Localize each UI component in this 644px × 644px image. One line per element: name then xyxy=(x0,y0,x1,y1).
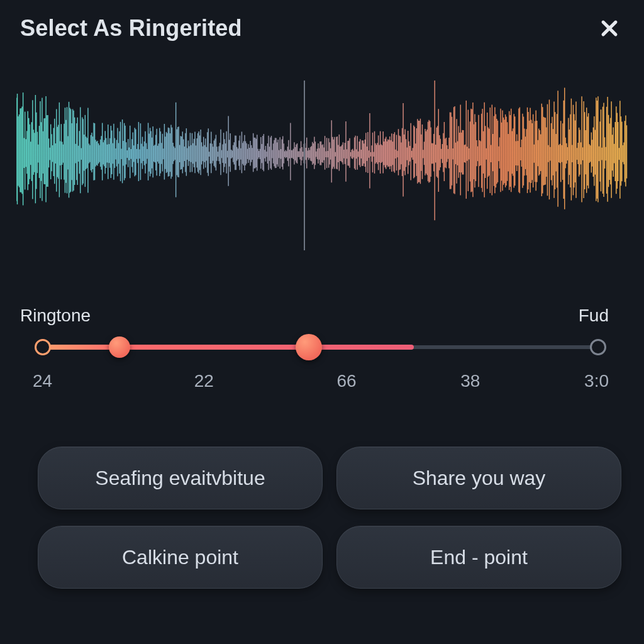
button-share[interactable]: Share you way xyxy=(336,447,621,509)
tick-2: 66 xyxy=(337,371,357,391)
tick-4: 3:0 xyxy=(584,371,609,391)
slider-end-ring[interactable] xyxy=(590,339,606,355)
tick-3: 38 xyxy=(460,371,480,391)
close-button[interactable] xyxy=(595,14,624,43)
button-calkine-point[interactable]: Calkine point xyxy=(38,526,323,589)
waveform-canvas[interactable] xyxy=(16,80,628,257)
waveform-panel[interactable] xyxy=(16,80,628,257)
slider-start-ring[interactable] xyxy=(35,339,51,355)
tick-0: 24 xyxy=(33,371,52,391)
playhead-line[interactable] xyxy=(304,80,305,250)
ringtone-editor-screen: Select As Ringerited Ringtone Fud 24 22 xyxy=(0,0,644,644)
page-title: Select As Ringerited xyxy=(20,15,242,42)
slider-handle-1[interactable] xyxy=(109,336,130,358)
slider-fill-b xyxy=(118,345,414,350)
trim-slider-section: Ringtone Fud 24 22 66 38 3:0 xyxy=(16,306,628,391)
button-end-point[interactable]: End - point xyxy=(336,526,621,589)
header-bar: Select As Ringerited xyxy=(16,14,628,43)
slider-labels: Ringtone Fud xyxy=(19,306,610,337)
slider-ticks: 24 22 66 38 3:0 xyxy=(19,371,610,391)
button-seafing[interactable]: Seafing evaitvbitue xyxy=(38,447,323,509)
slider-right-label: Fud xyxy=(579,306,609,326)
trim-slider[interactable] xyxy=(19,337,610,357)
slider-fill-a xyxy=(43,345,118,350)
action-buttons: Seafing evaitvbitue Share you way Calkin… xyxy=(16,447,628,589)
slider-left-label: Ringtone xyxy=(20,306,91,326)
close-icon xyxy=(599,18,620,39)
tick-1: 22 xyxy=(194,371,214,391)
slider-handle-2[interactable] xyxy=(296,334,322,360)
